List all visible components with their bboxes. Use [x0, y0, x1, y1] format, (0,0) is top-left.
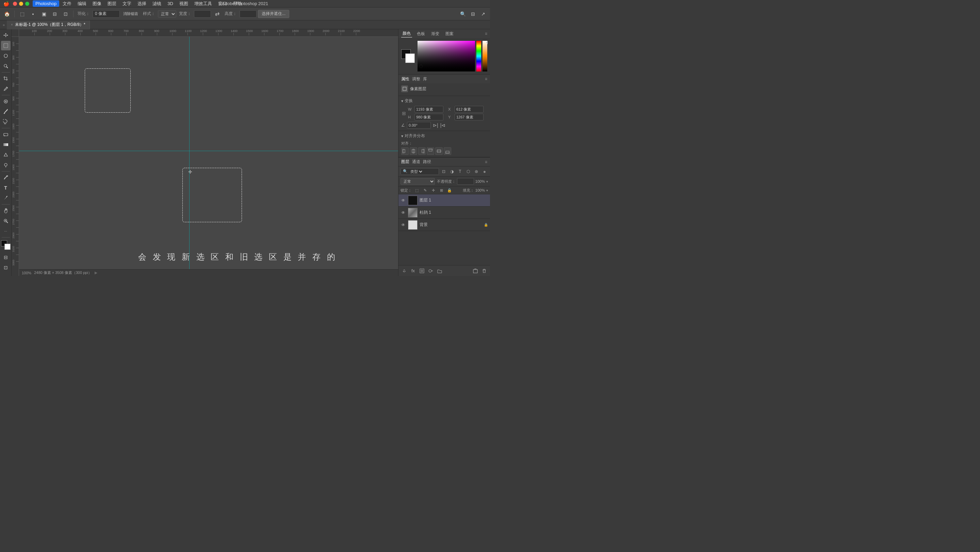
layer-visibility-1[interactable]: 👁 — [401, 210, 406, 215]
background-color[interactable] — [5, 244, 11, 250]
layer-folder-btn[interactable] — [436, 267, 443, 275]
tab-patterns[interactable]: 图案 — [444, 30, 455, 37]
menu-plugins[interactable]: 增效工具 — [192, 0, 215, 8]
align-top-btn[interactable] — [427, 147, 434, 155]
tab-channels[interactable]: 通道 — [412, 159, 420, 165]
minimize-button[interactable] — [19, 2, 23, 6]
align-left-btn[interactable] — [401, 147, 409, 155]
tool-path-select[interactable] — [1, 193, 11, 203]
tab-layers[interactable]: 图层 — [401, 159, 409, 165]
tab-gradient[interactable]: 渐变 — [430, 30, 441, 37]
view-mode-btn[interactable]: ⊟ — [2, 253, 10, 261]
home-button[interactable]: 🏠 — [2, 9, 11, 19]
filter-adjust-btn[interactable]: ◑ — [449, 168, 455, 175]
layer-visibility-0[interactable]: 👁 — [401, 198, 406, 203]
tool-eraser[interactable] — [1, 130, 11, 139]
tool-lasso[interactable] — [1, 51, 11, 60]
tool-dodge[interactable] — [1, 160, 11, 170]
tool-move[interactable] — [1, 31, 11, 40]
tab-close-btn[interactable]: × — [11, 23, 13, 27]
w-value-input[interactable] — [414, 106, 443, 113]
transform-link-icon[interactable]: ⊞ — [401, 106, 407, 121]
filter-text-btn[interactable]: T — [457, 168, 463, 175]
opacity-input[interactable] — [457, 178, 474, 185]
layer-link-btn[interactable] — [401, 267, 408, 275]
color-squares[interactable] — [401, 49, 415, 63]
layer-item-1[interactable]: 👁 杜鹃 1 — [398, 207, 490, 219]
style-select[interactable]: 正常 — [158, 10, 176, 18]
menu-view[interactable]: 视图 — [177, 0, 191, 8]
anti-alias-btn[interactable]: 消除锯齿 — [121, 9, 140, 19]
layer-type-select[interactable]: 类型 — [409, 169, 423, 174]
filter-pixel-btn[interactable]: ⊡ — [440, 168, 447, 175]
tool-option-3[interactable]: ⊟ — [50, 9, 60, 19]
tool-hand[interactable] — [1, 206, 11, 215]
feather-input[interactable] — [92, 10, 120, 18]
tool-pen[interactable] — [1, 173, 11, 182]
color-alpha-slider[interactable] — [482, 41, 487, 72]
layer-add-btn[interactable] — [472, 267, 479, 275]
search-icon-btn[interactable]: 🔍 — [458, 9, 468, 19]
width-input[interactable] — [194, 10, 211, 18]
blend-mode-select[interactable]: 正常 — [401, 178, 435, 185]
align-center-v-btn[interactable] — [435, 147, 443, 155]
tool-text[interactable]: T — [1, 183, 11, 192]
filter-toggle-btn[interactable]: ● — [481, 168, 488, 175]
menu-type[interactable]: 文字 — [120, 0, 134, 8]
marquee-tool-btn[interactable]: ⬚ — [18, 9, 27, 19]
tool-stamp[interactable] — [1, 117, 11, 127]
layer-adjustment-btn[interactable] — [427, 267, 434, 275]
tool-heal[interactable] — [1, 97, 11, 106]
filter-shape-btn[interactable]: ⬡ — [465, 168, 472, 175]
angle-input[interactable] — [407, 122, 431, 129]
tool-more[interactable]: ··· — [1, 226, 11, 236]
close-button[interactable] — [13, 2, 17, 6]
tool-option-4[interactable]: ⊡ — [61, 9, 70, 19]
layer-effects-btn[interactable]: fx — [409, 267, 417, 275]
menu-select[interactable]: 选择 — [135, 0, 149, 8]
workspace-btn[interactable]: ⊟ — [468, 9, 478, 19]
layer-visibility-2[interactable]: 👁 — [401, 222, 406, 227]
select-mask-button[interactable]: 选择并遮住... — [258, 10, 289, 18]
layer-mask-btn[interactable] — [418, 267, 426, 275]
menu-image[interactable]: 图像 — [90, 0, 104, 8]
tab-properties[interactable]: 属性 — [401, 76, 409, 82]
fill-dropdown-icon[interactable]: ▾ — [486, 189, 488, 192]
share-btn[interactable]: ↗ — [479, 9, 488, 19]
color-picker-gradient[interactable] — [417, 41, 475, 72]
tab-adjustments[interactable]: 调整 — [412, 76, 420, 82]
tool-marquee[interactable] — [1, 41, 11, 50]
tool-brush[interactable] — [1, 107, 11, 116]
align-right-btn[interactable] — [418, 147, 426, 155]
properties-panel-menu-icon[interactable]: ≡ — [485, 76, 487, 81]
tool-colors[interactable] — [1, 240, 11, 250]
color-panel-menu-icon[interactable]: ≡ — [485, 31, 487, 36]
maximize-button[interactable] — [25, 2, 29, 6]
lock-all-btn[interactable]: 🔒 — [447, 187, 453, 193]
angle-arrow-2[interactable]: |⊲ — [440, 122, 446, 128]
tool-eyedropper[interactable] — [1, 84, 11, 94]
screen-mode-btn[interactable]: ⊡ — [1, 263, 11, 272]
align-bottom-btn[interactable] — [444, 147, 451, 155]
tool-quick-select[interactable] — [1, 61, 11, 71]
lock-position-btn[interactable]: ✛ — [430, 187, 436, 193]
layer-item-2[interactable]: 👁 背景 🔒 — [398, 219, 490, 231]
tool-gradient[interactable] — [1, 140, 11, 150]
menu-3d[interactable]: 3D — [165, 0, 176, 7]
swap-btn[interactable]: ⇄ — [212, 9, 222, 19]
opacity-dropdown-icon[interactable]: ▾ — [486, 180, 488, 183]
canvas-area[interactable]: ✛ 会 发 现 新 选 区 和 旧 选 区 是 并 存 的 100% 2480 … — [19, 37, 398, 276]
lock-image-btn[interactable]: ✎ — [422, 187, 428, 193]
align-title[interactable]: ▾ 对齐并分布 — [401, 133, 487, 139]
menu-filter[interactable]: 滤镜 — [150, 0, 164, 8]
tab-library[interactable]: 库 — [423, 76, 427, 82]
height-input[interactable] — [240, 10, 256, 18]
layers-panel-menu-icon[interactable]: ≡ — [485, 160, 487, 164]
x-value-input[interactable] — [455, 106, 484, 113]
tab-swatches[interactable]: 色板 — [415, 30, 426, 37]
tab-color[interactable]: 颜色 — [401, 30, 412, 37]
filter-smart-btn[interactable]: ⊛ — [473, 168, 480, 175]
apple-logo[interactable]: 🍎 — [3, 1, 10, 6]
menu-photoshop[interactable]: Photoshop — [33, 0, 59, 7]
tool-option-2[interactable]: ▣ — [39, 9, 49, 19]
